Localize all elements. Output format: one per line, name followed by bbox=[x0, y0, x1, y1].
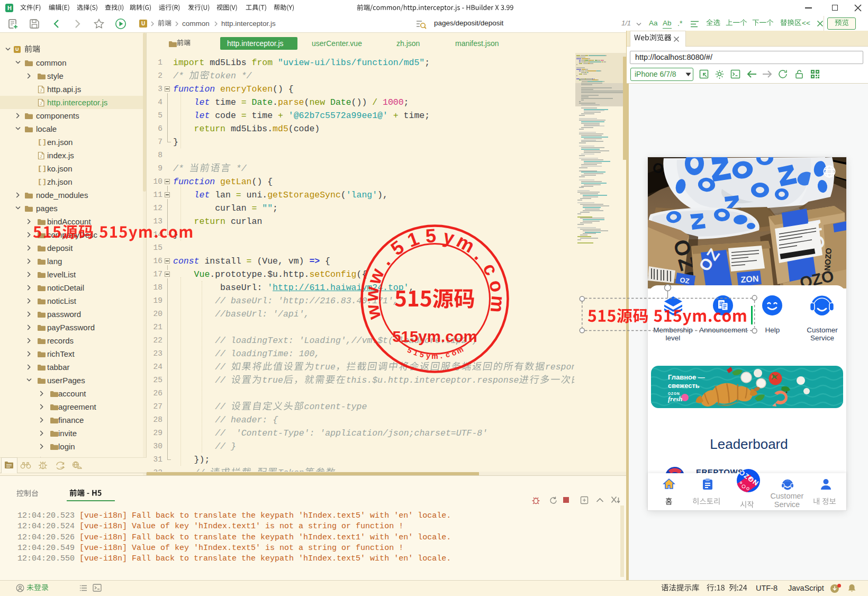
svg-text:m: m bbox=[431, 352, 438, 360]
svg-text:m: m bbox=[453, 230, 478, 257]
svg-text:J: J bbox=[40, 101, 42, 106]
svg-text:J: J bbox=[40, 88, 42, 93]
svg-text:5: 5 bbox=[387, 236, 408, 260]
svg-text:m: m bbox=[486, 295, 510, 313]
svg-text:свежесть: свежесть bbox=[668, 382, 700, 390]
svg-text:fresh: fresh bbox=[668, 395, 682, 403]
svg-text:.: . bbox=[374, 252, 395, 269]
svg-text:y: y bbox=[441, 225, 457, 249]
svg-text:w: w bbox=[363, 265, 388, 288]
svg-text:Главное —: Главное — bbox=[668, 373, 705, 381]
svg-text:.: . bbox=[471, 245, 490, 264]
svg-text:w: w bbox=[360, 285, 383, 303]
svg-text:5: 5 bbox=[425, 224, 437, 247]
svg-text:o: o bbox=[485, 278, 509, 294]
svg-text:y: y bbox=[426, 351, 431, 360]
svg-text:w: w bbox=[360, 302, 385, 322]
svg-text:c: c bbox=[478, 259, 503, 279]
svg-text:1: 1 bbox=[404, 228, 422, 251]
svg-text:J: J bbox=[40, 154, 42, 159]
svg-text:515ym.com: 515ym.com bbox=[392, 328, 477, 345]
